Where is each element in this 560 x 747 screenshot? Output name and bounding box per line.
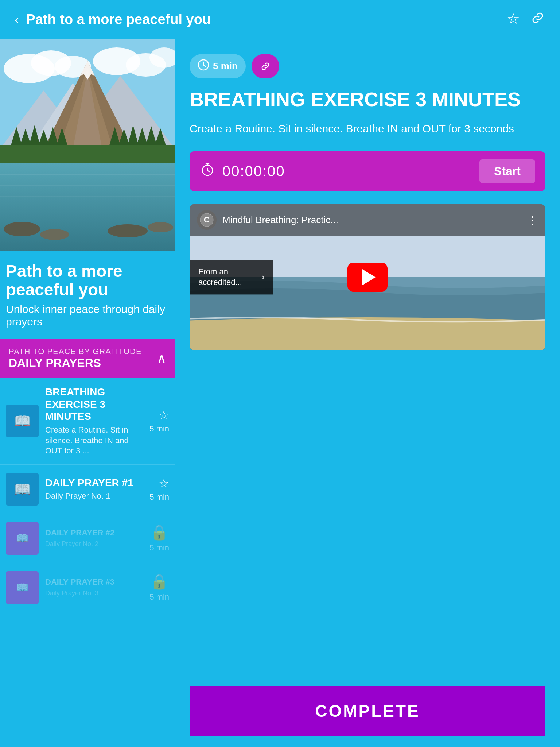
app-header: ‹ Path to a more peaceful you ☆ — [0, 0, 560, 39]
book-icon: 📖 — [14, 413, 31, 429]
complete-button-wrapper: COMPLETE — [175, 675, 560, 747]
lesson-thumbnail: 📖 — [6, 522, 39, 555]
lock-icon: 🔒 — [150, 573, 168, 590]
duration-text: 5 min — [213, 61, 238, 72]
svg-point-35 — [148, 222, 173, 232]
accredited-badge[interactable]: From an accredited... › — [190, 260, 273, 294]
lesson-thumbnail: 📖 — [6, 405, 39, 437]
lesson-info: DAILY PRAYER #3 Daily Prayer No. 3 — [45, 577, 143, 598]
lock-icon: 🔒 — [150, 524, 168, 541]
lesson-title: DAILY PRAYER #2 — [45, 528, 143, 538]
video-preview[interactable]: C Mindful Breathing: Practic... ⋮ From a… — [190, 204, 545, 350]
right-column: 5 min BREATHING EXERCISE 3 MINUTES Creat… — [175, 39, 560, 612]
lesson-meta: ☆ 5 min — [149, 476, 169, 502]
svg-point-34 — [108, 224, 148, 237]
header-left: ‹ Path to a more peaceful you — [15, 11, 211, 28]
clock-icon — [198, 59, 209, 73]
timer-display: 00:00:00 — [222, 163, 472, 179]
play-button[interactable] — [347, 263, 388, 292]
svg-rect-28 — [0, 163, 175, 251]
favorite-star-icon[interactable]: ☆ — [159, 408, 169, 422]
lesson-description: Daily Prayer No. 3 — [45, 589, 143, 597]
content-title: BREATHING EXERCISE 3 MINUTES — [190, 89, 545, 110]
lesson-meta: 🔒 5 min — [149, 524, 169, 553]
lesson-duration: 5 min — [149, 424, 169, 434]
favorite-star-icon[interactable]: ☆ — [159, 476, 169, 490]
section-header[interactable]: PATH TO PEACE BY GRATITUDE DAILY PRAYERS… — [0, 339, 175, 378]
accredited-text: From an accredited... — [198, 267, 257, 288]
lesson-duration: 5 min — [149, 492, 169, 502]
lesson-item-locked: 📖 DAILY PRAYER #2 Daily Prayer No. 2 🔒 5… — [0, 514, 175, 563]
lesson-meta: 🔒 5 min — [149, 573, 169, 602]
lesson-description: Daily Prayer No. 1 — [45, 491, 143, 502]
lesson-duration: 5 min — [149, 592, 169, 602]
chevron-right-icon: › — [261, 272, 265, 283]
content-tags: 5 min — [190, 54, 545, 78]
lesson-thumbnail: 📖 — [6, 473, 39, 506]
back-button[interactable]: ‹ — [15, 11, 19, 28]
duration-badge: 5 min — [190, 54, 246, 78]
course-info: Path to a more peaceful you Unlock inner… — [0, 251, 175, 335]
lesson-description: Daily Prayer No. 2 — [45, 540, 143, 548]
book-icon: 📖 — [14, 481, 31, 497]
left-column: Path to a more peaceful you Unlock inner… — [0, 39, 175, 612]
favorite-icon[interactable]: ☆ — [507, 10, 520, 29]
start-button[interactable]: Start — [479, 159, 535, 183]
timer-icon — [200, 162, 215, 181]
course-title: Path to a more peaceful you — [6, 262, 166, 299]
lesson-duration: 5 min — [149, 543, 169, 553]
lesson-info: BREATHING EXERCISE 3 MINUTES Create a Ro… — [45, 386, 143, 456]
lesson-thumbnail: 📖 — [6, 571, 39, 604]
lesson-title: BREATHING EXERCISE 3 MINUTES — [45, 386, 143, 423]
lesson-title: DAILY PRAYER #3 — [45, 577, 143, 587]
complete-button[interactable]: COMPLETE — [190, 686, 545, 736]
lesson-info: DAILY PRAYER #2 Daily Prayer No. 2 — [45, 528, 143, 549]
course-subtitle: Unlock inner peace through daily prayers — [6, 303, 166, 328]
link-badge[interactable] — [252, 54, 279, 78]
section-name: DAILY PRAYERS — [9, 356, 142, 370]
svg-rect-14 — [0, 145, 175, 163]
book-icon: 📖 — [16, 532, 29, 544]
lesson-title: DAILY PRAYER #1 — [45, 477, 143, 489]
lesson-item[interactable]: 📖 BREATHING EXERCISE 3 MINUTES Create a … — [0, 378, 175, 465]
chevron-up-icon: ∧ — [157, 351, 166, 366]
share-link-icon[interactable] — [530, 10, 545, 29]
play-triangle-icon — [362, 269, 376, 285]
hero-image — [0, 39, 175, 251]
header-actions: ☆ — [507, 10, 545, 29]
svg-point-33 — [40, 229, 69, 240]
lesson-info: DAILY PRAYER #1 Daily Prayer No. 1 — [45, 477, 143, 502]
lesson-item[interactable]: 📖 DAILY PRAYER #1 Daily Prayer No. 1 ☆ 5… — [0, 465, 175, 514]
lesson-description: Create a Routine. Sit in silence. Breath… — [45, 425, 143, 456]
lesson-list: 📖 BREATHING EXERCISE 3 MINUTES Create a … — [0, 378, 175, 612]
svg-point-32 — [4, 222, 40, 236]
book-icon: 📖 — [16, 581, 29, 593]
section-tag: PATH TO PEACE BY GRATITUDE — [9, 347, 142, 356]
header-title: Path to a more peaceful you — [26, 12, 211, 27]
main-layout: Path to a more peaceful you Unlock inner… — [0, 39, 560, 612]
lesson-item-locked: 📖 DAILY PRAYER #3 Daily Prayer No. 3 🔒 5… — [0, 563, 175, 612]
content-description: Create a Routine. Sit in silence. Breath… — [190, 120, 545, 137]
lesson-meta: ☆ 5 min — [149, 408, 169, 434]
section-header-text: PATH TO PEACE BY GRATITUDE DAILY PRAYERS — [9, 347, 142, 370]
timer-bar: 00:00:00 Start — [190, 151, 545, 191]
